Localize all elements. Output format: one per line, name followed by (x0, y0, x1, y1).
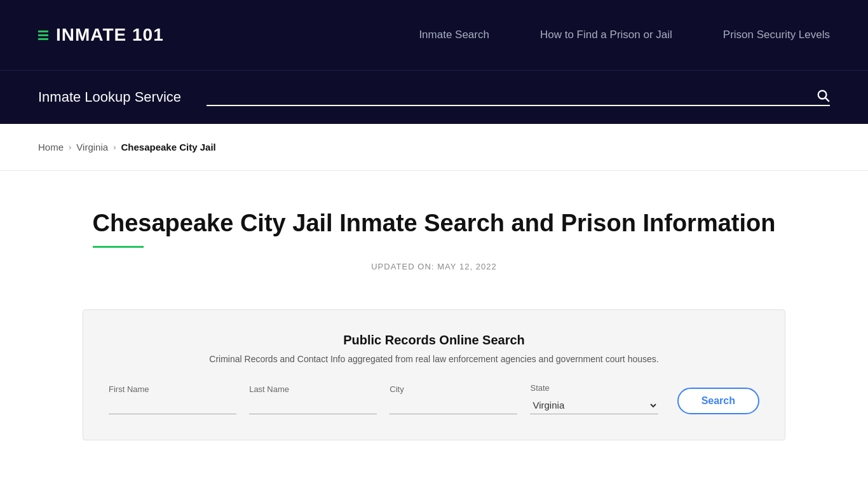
state-label: State (530, 383, 658, 393)
top-navigation: INMATE 101 Inmate Search How to Find a P… (0, 0, 868, 70)
last-name-input[interactable] (249, 398, 377, 414)
state-field: State Virginia Alabama Alaska Arizona Ar… (524, 383, 664, 414)
nav-links: Inmate Search How to Find a Prison or Ja… (419, 29, 830, 41)
city-input[interactable] (390, 398, 517, 414)
svg-line-1 (825, 98, 829, 101)
first-name-field: First Name (109, 384, 243, 414)
city-field: City (383, 384, 524, 414)
breadcrumb: Home › Virginia › Chesapeake City Jail (0, 124, 868, 171)
search-input-container (207, 88, 830, 106)
last-name-label: Last Name (249, 384, 377, 394)
logo-bars-icon (38, 30, 48, 40)
breadcrumb-home[interactable]: Home (38, 142, 64, 152)
nav-how-to-find[interactable]: How to Find a Prison or Jail (540, 29, 672, 41)
last-name-field: Last Name (243, 384, 383, 414)
nav-security-levels[interactable]: Prison Security Levels (723, 29, 830, 41)
public-records-card: Public Records Online Search Criminal Re… (83, 309, 785, 440)
breadcrumb-state[interactable]: Virginia (76, 142, 108, 152)
main-content: Home › Virginia › Chesapeake City Jail C… (0, 124, 868, 440)
search-submit-button[interactable] (816, 88, 830, 102)
card-title: Public Records Online Search (109, 333, 759, 348)
breadcrumb-sep-1: › (69, 142, 71, 152)
first-name-input[interactable] (109, 398, 236, 414)
breadcrumb-sep-2: › (113, 142, 116, 152)
updated-text: UPDATED ON: MAY 12, 2022 (38, 262, 830, 271)
search-icon (816, 88, 830, 102)
page-title: Chesapeake City Jail Inmate Search and P… (93, 209, 776, 238)
page-title-section: Chesapeake City Jail Inmate Search and P… (0, 171, 868, 284)
city-label: City (390, 384, 517, 394)
nav-inmate-search[interactable]: Inmate Search (419, 29, 489, 41)
first-name-label: First Name (109, 384, 236, 394)
public-records-search-button[interactable]: Search (677, 388, 759, 414)
card-subtitle: Criminal Records and Contact Info aggreg… (109, 354, 759, 364)
title-underline (93, 246, 144, 248)
state-select[interactable]: Virginia Alabama Alaska Arizona Arkansas… (530, 396, 658, 414)
logo-text: INMATE 101 (56, 25, 164, 45)
search-input[interactable] (207, 89, 816, 102)
search-form: First Name Last Name City State Virginia… (109, 383, 759, 414)
breadcrumb-current: Chesapeake City Jail (121, 142, 215, 152)
search-section: Inmate Lookup Service (0, 70, 868, 124)
search-section-label: Inmate Lookup Service (38, 89, 181, 105)
logo[interactable]: INMATE 101 (38, 25, 164, 45)
